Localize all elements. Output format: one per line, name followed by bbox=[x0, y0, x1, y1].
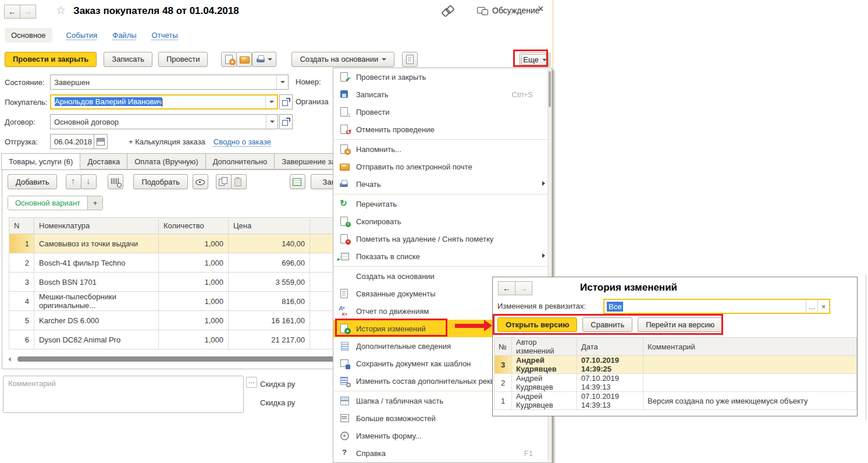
menu-item[interactable]: Печать bbox=[333, 175, 552, 193]
view-button[interactable] bbox=[193, 174, 208, 189]
filter-input[interactable]: Все ... × bbox=[603, 299, 830, 314]
paste-rows-button[interactable] bbox=[231, 174, 247, 189]
nav-tab[interactable]: Основное bbox=[5, 28, 52, 43]
cell-author: Андрей Кудрявцев bbox=[512, 356, 577, 374]
item-tab[interactable]: Товары, услуги (6) bbox=[1, 153, 80, 170]
comment-input[interactable]: Комментарий bbox=[3, 376, 244, 413]
print-button[interactable] bbox=[252, 52, 276, 67]
export-table-button[interactable] bbox=[290, 174, 305, 189]
menu-item[interactable]: Перечитать bbox=[333, 195, 552, 213]
menu-item[interactable]: Отменить проведение bbox=[333, 121, 552, 138]
col-date[interactable]: Дата bbox=[577, 338, 643, 356]
get-link-icon[interactable] bbox=[442, 6, 453, 15]
related-documents-button[interactable] bbox=[402, 52, 418, 67]
pick-items-button[interactable]: Подобрать bbox=[133, 174, 187, 189]
state-value: Завершен bbox=[51, 78, 276, 87]
move-down-button[interactable] bbox=[81, 174, 97, 189]
item-tab[interactable]: Оплата (Вручную) bbox=[127, 153, 205, 169]
dropdown-button[interactable] bbox=[265, 96, 277, 108]
calendar-button[interactable] bbox=[94, 134, 108, 149]
menu-item[interactable]: Провести и закрыть bbox=[333, 68, 552, 86]
filter-options-button[interactable]: ... bbox=[806, 300, 817, 313]
state-select[interactable]: Завершен bbox=[50, 75, 289, 90]
more-button[interactable]: Еще bbox=[520, 52, 550, 67]
col-comment[interactable]: Комментарий bbox=[643, 338, 857, 356]
forward-button[interactable] bbox=[20, 5, 36, 19]
back-button[interactable] bbox=[4, 5, 20, 19]
toolbar: Провести и закрыть Записать Провести Соз… bbox=[5, 51, 548, 67]
shipping-date-input[interactable]: 06.04.2018 bbox=[50, 134, 94, 149]
text-caret bbox=[162, 98, 162, 107]
paste-icon bbox=[233, 177, 244, 186]
remind-button[interactable] bbox=[221, 52, 237, 67]
item-tab[interactable]: Доставка bbox=[80, 153, 127, 169]
nav-tab[interactable]: Отчеты bbox=[151, 28, 179, 43]
open-version-button[interactable]: Открыть версию bbox=[497, 317, 577, 332]
filter-clear-button[interactable]: × bbox=[817, 300, 829, 313]
menu-item[interactable]: Справка F1 bbox=[333, 444, 552, 462]
col-price[interactable]: Цена bbox=[229, 218, 310, 234]
col-nomenclature[interactable]: Номенклатура bbox=[34, 218, 159, 234]
contract-input[interactable]: Основной договор bbox=[50, 114, 278, 129]
save-button[interactable]: Записать bbox=[104, 52, 152, 67]
history-row[interactable]: 1 Андрей Кудрявцев 07.10.2019 14:39:13 В… bbox=[495, 392, 857, 410]
history-row[interactable]: 3 Андрей Кудрявцев 07.10.2019 14:39:25 bbox=[495, 356, 857, 374]
open-customer-button[interactable] bbox=[279, 94, 293, 109]
refresh-icon bbox=[339, 199, 350, 208]
cell-comment: Версия создана по уже имеющемуся объекту bbox=[643, 392, 857, 410]
post-and-close-button[interactable]: Провести и закрыть bbox=[5, 52, 97, 67]
chevron-down-icon bbox=[268, 58, 272, 61]
discussion-label[interactable]: Обсуждение bbox=[492, 6, 540, 15]
dropdown-button[interactable] bbox=[266, 115, 278, 129]
menu-item[interactable]: Отправить по электронной почте bbox=[333, 158, 552, 175]
create-based-on-label: Создать на основании bbox=[300, 55, 378, 63]
move-up-button[interactable] bbox=[66, 174, 81, 189]
scroll-left-icon[interactable] bbox=[8, 357, 11, 362]
cell-n: 6 bbox=[9, 330, 34, 349]
history-row[interactable]: 2 Андрей Кудрявцев 07.10.2019 14:39:13 bbox=[495, 374, 857, 392]
calendar-icon bbox=[95, 137, 106, 146]
col-author[interactable]: Автор изменений bbox=[512, 338, 577, 356]
order-summary-link[interactable]: Сводно о заказе bbox=[214, 137, 271, 146]
forward-arrow-icon bbox=[520, 284, 528, 293]
menu-item[interactable]: Скопировать bbox=[333, 213, 552, 230]
history-table-header: № Автор изменений Дата Комментарий bbox=[495, 338, 857, 356]
create-based-on-button[interactable]: Создать на основании bbox=[291, 52, 394, 67]
menu-item[interactable]: Записать Ctrl+S bbox=[333, 86, 552, 103]
back-button[interactable] bbox=[498, 281, 515, 295]
add-variant-button[interactable]: + bbox=[87, 196, 102, 210]
variant-button[interactable]: Основной вариант bbox=[8, 196, 87, 210]
menu-item[interactable]: Напомнить... bbox=[333, 140, 552, 158]
comment-expand-button[interactable]: ... bbox=[246, 377, 257, 388]
order-calculation-label[interactable]: + Калькуляция заказа bbox=[129, 137, 205, 146]
goto-version-button[interactable]: Перейти на версию bbox=[638, 317, 723, 332]
favorite-star-icon[interactable] bbox=[56, 6, 67, 17]
discussion-icon[interactable] bbox=[477, 6, 488, 15]
col-number[interactable]: № bbox=[495, 338, 512, 356]
mail-icon bbox=[239, 55, 250, 64]
history-window-title: История изменений bbox=[580, 282, 677, 294]
nav-tab[interactable]: Файлы bbox=[111, 28, 137, 43]
col-quantity[interactable]: Количество bbox=[159, 218, 229, 234]
send-email-button[interactable] bbox=[236, 52, 252, 67]
close-icon[interactable] bbox=[536, 6, 547, 15]
barcode-button[interactable] bbox=[108, 174, 123, 189]
post-button[interactable]: Провести bbox=[158, 52, 208, 67]
copy-rows-button[interactable] bbox=[216, 174, 232, 189]
menu-item[interactable]: Изменить форму... bbox=[333, 427, 552, 444]
col-n[interactable]: N bbox=[9, 218, 34, 234]
more-features-icon bbox=[339, 413, 350, 423]
cell-quantity: 1,000 bbox=[159, 234, 229, 253]
add-row-button[interactable]: Добавить bbox=[8, 174, 57, 189]
open-contract-button[interactable] bbox=[279, 114, 293, 129]
nav-tab[interactable]: События bbox=[65, 28, 99, 43]
customer-input[interactable]: Арнольдов Валерий Иванович bbox=[50, 94, 278, 109]
menu-item[interactable]: Пометить на удаление / Снять пометку bbox=[333, 230, 552, 248]
menu-scrollbar-thumb[interactable] bbox=[549, 71, 551, 107]
menu-item[interactable]: Провести bbox=[333, 103, 552, 121]
menu-item[interactable]: Показать в списке bbox=[333, 248, 552, 265]
item-tab[interactable]: Дополнительно bbox=[205, 153, 275, 169]
dropdown-button[interactable] bbox=[276, 75, 288, 89]
forward-button[interactable] bbox=[515, 281, 532, 295]
compare-button[interactable]: Сравнить bbox=[582, 317, 632, 332]
